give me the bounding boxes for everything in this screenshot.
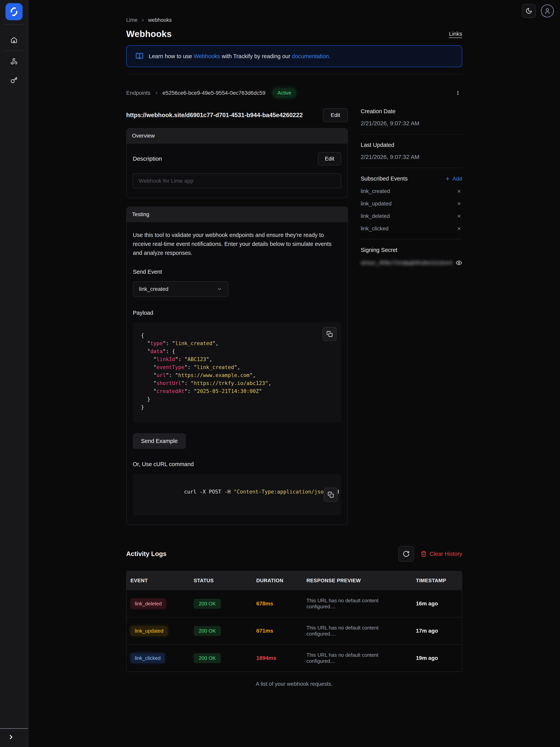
event-badge: link_deleted [131,599,166,609]
clear-history-button[interactable]: Clear History [421,551,462,557]
sidebar-item-api-keys[interactable] [9,75,19,85]
sidebar-item-home[interactable] [9,35,19,45]
send-event-label: Send Event [133,269,341,275]
refresh-logs-button[interactable] [398,546,414,562]
copy-curl-button[interactable] [324,488,338,502]
event-badge: link_updated [131,626,168,636]
details-rail: Creation Date 2/21/2026, 9:07:32 AM Last… [361,108,462,266]
remove-event-button[interactable] [456,201,462,207]
payload-code-line: "eventType": "link_created", [141,363,333,371]
logo-icon [9,7,19,17]
curl-code-block: curl -X POST -H "Content-Type:applicatio… [133,474,341,515]
duration-value: 671ms [256,628,273,634]
page-title: Webhooks [126,29,172,39]
table-row[interactable]: link_clicked200 OK1894msThis URL has no … [127,644,462,671]
status-code-badge: 200 OK [194,653,221,663]
documentation-link[interactable]: documentation. [292,53,330,59]
status-code-badge: 200 OK [194,626,221,636]
add-event-button[interactable]: Add [445,176,462,182]
breadcrumb: Lime webhooks [126,17,462,23]
edit-url-button[interactable]: Edit [323,108,348,122]
breadcrumb-page[interactable]: webhooks [148,17,172,23]
payload-code-block: { "type": "link_created", "data": { "lin… [133,323,341,423]
curl-label: Or, Use cURL command [133,461,341,467]
close-icon [457,214,461,218]
kebab-menu-icon [455,91,460,96]
links-link[interactable]: Links [449,31,462,37]
payload-code-line: } [141,395,333,403]
payload-code-line: "data": { [141,347,333,355]
payload-code-line: } [141,403,333,411]
activity-logs-title: Activity Logs [126,550,166,558]
docs-banner: Learn how to use Webhooks with Trackify … [126,45,462,67]
duration-value: 1894ms [256,655,276,661]
remove-event-button[interactable] [456,226,462,232]
signing-secret-label: Signing Secret [361,247,462,253]
subscribed-event-row: link_updated [361,201,462,207]
table-row[interactable]: link_updated200 OK671msThis URL has no d… [127,617,462,644]
activity-logs-section: Activity Logs Clear [126,546,462,687]
endpoint-menu-button[interactable] [454,89,462,97]
app-logo[interactable] [5,3,23,20]
last-updated-value: 2/21/2026, 9:07:32 AM [361,154,462,160]
send-example-button[interactable]: Send Example [133,433,186,449]
logs-caption: A list of your webhook requests. [126,681,462,687]
edit-description-button[interactable]: Edit [318,152,341,165]
key-icon [10,77,18,84]
copy-payload-button[interactable] [323,327,337,341]
table-column-header: STATUS [190,571,252,590]
endpoints-breadcrumb-link[interactable]: Endpoints [126,90,151,96]
topbar-actions [522,4,554,18]
response-preview: This URL has no default content configur… [302,590,412,617]
table-header-row: EVENTSTATUSDURATIONRESPONSE PREVIEWTIMES… [127,571,462,590]
payload-code-line: "createdAt": "2025-05-21T14:30:00Z" [141,387,333,395]
sidebar-expand[interactable] [0,728,28,747]
timestamp-value: 17m ago [412,620,462,641]
subscribed-event-name: link_deleted [361,213,390,219]
payload-code-line: "linkId": "ABC123", [141,355,333,363]
table-column-header: DURATION [252,571,302,590]
subscribed-event-row: link_deleted [361,213,462,219]
status-code-badge: 200 OK [194,599,221,609]
reveal-secret-button[interactable] [456,259,462,266]
table-column-header: RESPONSE PREVIEW [302,571,412,590]
timestamp-value: 19m ago [412,648,462,669]
user-avatar[interactable] [541,4,554,17]
endpoint-breadcrumb: Endpoints e5256ce6-bce9-49e5-9554-0ec763… [126,88,462,98]
close-icon [457,201,461,206]
moon-icon [526,7,532,14]
event-badge: link_clicked [131,653,165,663]
endpoint-id: e5256ce6-bce9-49e5-9554-0ec763d6dc59 [163,90,265,96]
breadcrumb-app[interactable]: Lime [126,17,138,23]
theme-toggle-button[interactable] [522,4,536,18]
table-row[interactable]: link_deleted200 OK678msThis URL has no d… [127,590,462,617]
last-updated-label: Last Updated [361,142,462,148]
refresh-icon [403,550,410,557]
send-event-select[interactable]: link_created [133,281,229,297]
divider [361,239,462,239]
sidebar-item-webhooks[interactable] [9,56,19,67]
webhook-icon [10,58,18,65]
subscribed-event-row: link_clicked [361,226,462,232]
home-icon [10,36,18,44]
banner-text: Learn how to use Webhooks with Trackify … [149,53,330,59]
endpoint-url: https://webhook.site/d6901c77-d701-4531-… [126,112,303,119]
overview-card-title: Overview [127,128,347,144]
timestamp-value: 16m ago [412,593,462,614]
remove-event-button[interactable] [456,188,462,194]
description-input[interactable] [133,174,341,188]
payload-code-line: "type": "link_created", [141,339,333,347]
copy-icon [326,331,333,337]
response-preview: This URL has no default content configur… [302,645,412,671]
payload-code-line: "url": "https://www.example.com", [141,371,333,379]
remove-event-button[interactable] [456,213,462,219]
chevron-right-icon [8,734,15,740]
response-preview: This URL has no default content configur… [302,617,412,644]
plus-icon [445,176,450,181]
payload-code-line: { [141,331,333,339]
main-content: Lime webhooks Webhooks Links Learn how t… [28,0,560,747]
close-icon [457,189,461,194]
chevron-down-icon [217,286,222,292]
activity-logs-table: EVENTSTATUSDURATIONRESPONSE PREVIEWTIMES… [126,571,462,672]
user-icon [544,7,551,15]
